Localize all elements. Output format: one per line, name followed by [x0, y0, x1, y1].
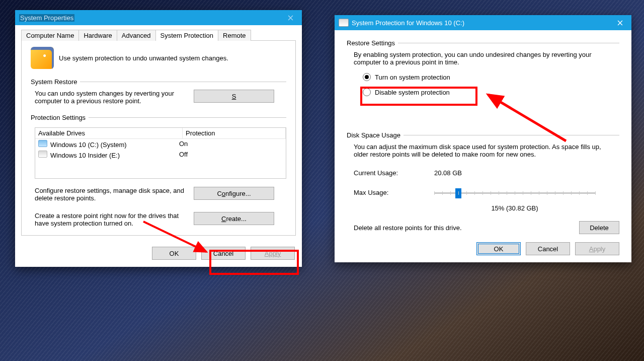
- system-restore-button[interactable]: S: [194, 90, 274, 103]
- group-label: Protection Settings: [31, 114, 89, 121]
- delete-text: Delete all restore points for this drive…: [354, 224, 579, 232]
- dialog-body: Computer Name Hardware Advanced System P…: [15, 25, 302, 242]
- group-system-restore: System Restore You can undo system chang…: [31, 78, 286, 105]
- configure-text: Configure restore settings, manage disk …: [35, 187, 186, 202]
- shield-icon: [31, 47, 54, 69]
- group-label: Restore Settings: [347, 39, 398, 47]
- radio-disable[interactable]: Disable system protection: [363, 88, 619, 96]
- tab-advanced[interactable]: Advanced: [117, 30, 156, 41]
- tab-remote[interactable]: Remote: [218, 30, 251, 41]
- dialog-buttons: OK Cancel Apply: [15, 242, 302, 267]
- create-text: Create a restore point right now for the…: [35, 212, 186, 227]
- group-disk-space: Disk Space Usage You can adjust the maxi…: [347, 131, 619, 234]
- group-label: System Restore: [31, 78, 80, 86]
- max-usage-slider[interactable]: [434, 192, 595, 194]
- disk-intro: You can adjust the maximum disk space us…: [354, 143, 615, 158]
- col-protection: Protection: [183, 128, 286, 138]
- restore-intro: By enabling system protection, you can u…: [354, 51, 605, 66]
- window-title: System Protection for Windows 10 (C:): [352, 19, 611, 27]
- group-protection-settings: Protection Settings Available Drives Pro…: [31, 114, 286, 227]
- tab-computer-name[interactable]: Computer Name: [21, 30, 79, 41]
- current-usage-value: 20.08 GB: [434, 169, 462, 177]
- radio-icon: [363, 73, 371, 81]
- apply-button: Apply: [251, 247, 295, 260]
- cancel-button[interactable]: Cancel: [201, 247, 246, 260]
- dialog-body: Restore Settings By enabling system prot…: [335, 30, 631, 237]
- radio-turn-on[interactable]: Turn on system protection: [363, 73, 619, 81]
- group-restore-settings: Restore Settings By enabling system prot…: [347, 39, 619, 96]
- apply-button: Apply: [575, 242, 619, 255]
- radio-icon: [363, 88, 371, 96]
- delete-button[interactable]: Delete: [579, 221, 619, 234]
- close-icon[interactable]: [611, 17, 628, 28]
- slider-value-text: 15% (30.82 GB): [434, 204, 595, 212]
- cancel-button[interactable]: Cancel: [526, 242, 570, 255]
- system-protection-drive-dialog: System Protection for Windows 10 (C:) Re…: [335, 15, 631, 262]
- ok-button[interactable]: OK: [476, 242, 521, 255]
- tab-hardware[interactable]: Hardware: [79, 30, 117, 41]
- current-usage-label: Current Usage:: [354, 169, 434, 177]
- max-usage-label: Max Usage:: [354, 189, 434, 196]
- table-row[interactable]: Windows 10 Insider (E:) Off: [35, 150, 286, 160]
- drives-table[interactable]: Available Drives Protection Windows 10 (…: [35, 127, 286, 179]
- restore-text: You can undo system changes by reverting…: [35, 90, 186, 105]
- drive-icon: [38, 140, 47, 147]
- titlebar[interactable]: System Protection for Windows 10 (C:): [335, 15, 631, 30]
- radio-label: Disable system protection: [375, 89, 450, 96]
- close-icon[interactable]: [282, 12, 299, 23]
- system-properties-dialog: System Properties Computer Name Hardware…: [15, 10, 302, 267]
- table-row[interactable]: Windows 10 (C:) (System) On: [35, 139, 286, 150]
- window-title: System Properties: [19, 14, 74, 22]
- radio-label: Turn on system protection: [375, 74, 450, 81]
- group-label: Disk Space Usage: [347, 131, 404, 139]
- tab-system-protection[interactable]: System Protection: [156, 30, 219, 41]
- ok-button[interactable]: OK: [152, 247, 196, 260]
- dialog-buttons: OK Cancel Apply: [335, 237, 631, 262]
- configure-button[interactable]: Configure...: [194, 187, 274, 200]
- tab-bar: Computer Name Hardware Advanced System P…: [21, 29, 296, 40]
- titlebar[interactable]: System Properties: [15, 10, 302, 25]
- create-button[interactable]: Create...: [194, 212, 274, 225]
- col-drives: Available Drives: [35, 128, 183, 138]
- drive-icon: [38, 151, 47, 158]
- hero-text: Use system protection to undo unwanted s…: [59, 54, 228, 62]
- tab-page: Use system protection to undo unwanted s…: [21, 40, 296, 236]
- drive-icon: [339, 19, 349, 27]
